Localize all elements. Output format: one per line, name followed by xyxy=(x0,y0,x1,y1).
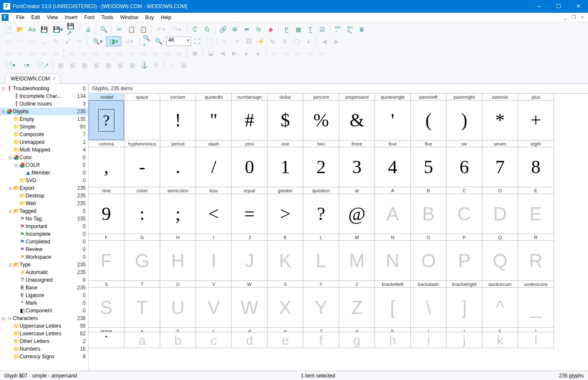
glyph-cell-five[interactable]: five5 xyxy=(411,140,447,187)
tree-item-svg[interactable]: 📁SVG0 xyxy=(0,177,88,184)
glyph-cell-underscore[interactable]: underscore_ xyxy=(518,281,554,328)
r3-b7[interactable]: ▭ xyxy=(78,48,89,58)
glyph-cell-B[interactable]: BB xyxy=(411,187,447,234)
menu-edit[interactable]: Edit xyxy=(28,13,43,22)
tree-item-uppercase-letters[interactable]: 📁Uppercase Letters56 xyxy=(0,322,88,330)
link-button[interactable]: 🔗 xyxy=(217,24,228,34)
glyph-cell-three[interactable]: three3 xyxy=(339,140,375,187)
r3-b18[interactable]: ▶ xyxy=(229,48,240,58)
grid4-button[interactable]: ▦ xyxy=(91,60,102,70)
minimize-button[interactable]: ─ xyxy=(529,0,549,13)
glyph-cell-grave[interactable]: grave` xyxy=(89,328,124,348)
anchor-button[interactable]: ⚓ xyxy=(138,60,150,70)
glyph-cell-six[interactable]: six6 xyxy=(447,140,482,187)
lasso-button[interactable]: ◠ xyxy=(14,36,26,46)
tree-item-multi-mapped[interactable]: 📁Multi Mapped4 xyxy=(0,146,88,154)
abc-find-button[interactable]: abc🔍 xyxy=(344,24,355,34)
tree-item-automatic[interactable]: ⚡Automatic235 xyxy=(0,269,88,276)
save-button[interactable]: 💾 xyxy=(38,24,49,34)
eraser-button[interactable]: ◆ xyxy=(265,24,276,34)
glyph-cell-backslash[interactable]: backslash\ xyxy=(411,281,447,328)
contour-button[interactable]: ◡ xyxy=(38,36,49,46)
tree-item-colr[interactable]: ⊟COLR0 xyxy=(0,161,88,169)
cut-button[interactable]: ✂ xyxy=(114,24,125,34)
export-button[interactable]: 💾↗ xyxy=(66,24,78,34)
r3-b8[interactable]: ▭ xyxy=(90,48,101,58)
brush-button[interactable]: 🖌 xyxy=(62,36,73,46)
grid7-button[interactable]: ▦ xyxy=(127,60,138,70)
tree-item-ligature[interactable]: fiLigature0 xyxy=(0,291,88,299)
r3-group-button[interactable]: ▣ xyxy=(189,48,200,58)
link-dash-button[interactable]: ⟱ xyxy=(229,24,240,34)
undo-button[interactable]: ↶▾ xyxy=(153,24,169,34)
tab-close-icon[interactable]: × xyxy=(52,75,56,82)
tree-item-review[interactable]: ⚑Review0 xyxy=(0,246,88,253)
glyph-cell-quotedbl[interactable]: quotedbl" xyxy=(196,94,232,140)
glyph-cell-P[interactable]: PP xyxy=(447,234,482,281)
polygon-button[interactable]: ⬠ xyxy=(26,36,37,46)
tree-item-glyphs[interactable]: ⊟Glyphs235 xyxy=(0,108,88,115)
tree-item-type[interactable]: ⊟📂Type235 xyxy=(0,261,88,269)
menu-font[interactable]: Font xyxy=(81,13,98,22)
glyph-grid[interactable]: .notdef?space exclam!quotedbl"numbersign… xyxy=(89,93,588,371)
tree-item-other-letters[interactable]: 📁Other Letters2 xyxy=(0,337,88,345)
export-page-button[interactable]: 📄↗ xyxy=(35,60,50,70)
glyph-cell-S[interactable]: SS xyxy=(89,281,124,328)
glyph-cell-h[interactable]: hh xyxy=(375,328,411,348)
tree-item-important[interactable]: ⚑Important0 xyxy=(0,223,88,230)
glyph-cell-f[interactable]: ff xyxy=(303,328,339,348)
r3-b23[interactable]: ▭ xyxy=(292,48,303,58)
knife-button[interactable]: ✂ xyxy=(74,36,85,46)
glyph-button[interactable]: Ġ xyxy=(202,24,213,34)
glyph-cell-U[interactable]: UU xyxy=(160,281,196,328)
glyph-cell-plus[interactable]: plus+ xyxy=(518,94,554,140)
glyph-cell-F[interactable]: FF xyxy=(89,234,124,281)
glyph-cell-numbersign[interactable]: numbersign# xyxy=(232,94,268,140)
glyph-cell-asterisk[interactable]: asterisk* xyxy=(482,94,518,140)
glyph-cell-K[interactable]: KK xyxy=(268,234,303,281)
glyph-cell-space[interactable]: space xyxy=(124,94,160,140)
zoom-combo[interactable]: 48 xyxy=(166,37,191,46)
glyph-cell-D[interactable]: DD xyxy=(482,187,518,234)
glyph-cell-H[interactable]: HH xyxy=(160,234,196,281)
prev-button[interactable]: ◀ xyxy=(319,36,330,46)
save-as-button[interactable]: 💾▾ xyxy=(50,24,66,34)
glyph-cell-L[interactable]: LL xyxy=(303,234,339,281)
glyph-cell-N[interactable]: NN xyxy=(375,234,411,281)
tree-item-no-tag[interactable]: ⚑No Tag235 xyxy=(0,215,88,223)
glyph-cell-X[interactable]: XX xyxy=(268,281,303,328)
grid5-button[interactable]: ▦ xyxy=(103,60,114,70)
glyph-cell-asciicircum[interactable]: asciicircum^ xyxy=(482,281,518,328)
arrow-tr-button[interactable]: ↗ xyxy=(231,36,242,46)
view-mode-button[interactable]: 🔍▾ xyxy=(90,36,105,46)
fit-button[interactable]: ⛶ xyxy=(192,36,203,46)
menu-window[interactable]: Window xyxy=(117,13,142,22)
tree-item-workspace[interactable]: ⚑Workspace0 xyxy=(0,253,88,261)
r3-b25[interactable]: ▭ xyxy=(316,48,327,58)
glyph-cell-J[interactable]: JJ xyxy=(232,234,268,281)
page-grid-button[interactable]: ▦ xyxy=(293,24,304,34)
r3-b19[interactable]: ▲ xyxy=(241,48,252,58)
r3-b10[interactable]: ▭ xyxy=(114,48,125,58)
glyph-cell-T[interactable]: TT xyxy=(124,281,160,328)
glyph-cell-i[interactable]: ii xyxy=(411,328,447,348)
glyph-cell-zero[interactable]: zero0 xyxy=(232,140,268,187)
pen-button[interactable]: ✎ xyxy=(50,36,61,46)
menu-file[interactable]: File xyxy=(13,13,28,22)
tree-item-composite[interactable]: 📁Composite7 xyxy=(0,131,88,138)
glyph-cell-comma[interactable]: comma, xyxy=(89,140,124,187)
new-page-button[interactable]: 📄▾ xyxy=(3,60,18,70)
mdi-restore-button[interactable]: ❐ xyxy=(570,14,578,21)
r3-b5[interactable]: ▭ xyxy=(50,48,61,58)
tree-item-mark[interactable]: ^Mark0 xyxy=(0,299,88,307)
glyph-cell-percent[interactable]: percent% xyxy=(303,94,339,140)
tree-item-member[interactable]: Member0 xyxy=(0,169,88,177)
tree-item-empty[interactable]: 📁Empty135 xyxy=(0,115,88,123)
arrow-tl-button[interactable]: ↖ xyxy=(219,36,231,46)
glyph-cell-I[interactable]: II xyxy=(196,234,232,281)
r3-b4[interactable]: ▭ xyxy=(38,48,49,58)
r3-b17[interactable]: ◀ xyxy=(217,48,228,58)
glyph-cell-j[interactable]: jj xyxy=(447,328,482,348)
tree-item-tagged[interactable]: ⊟📂Tagged0 xyxy=(0,207,88,215)
grid3-button[interactable]: ▦ xyxy=(79,60,90,70)
